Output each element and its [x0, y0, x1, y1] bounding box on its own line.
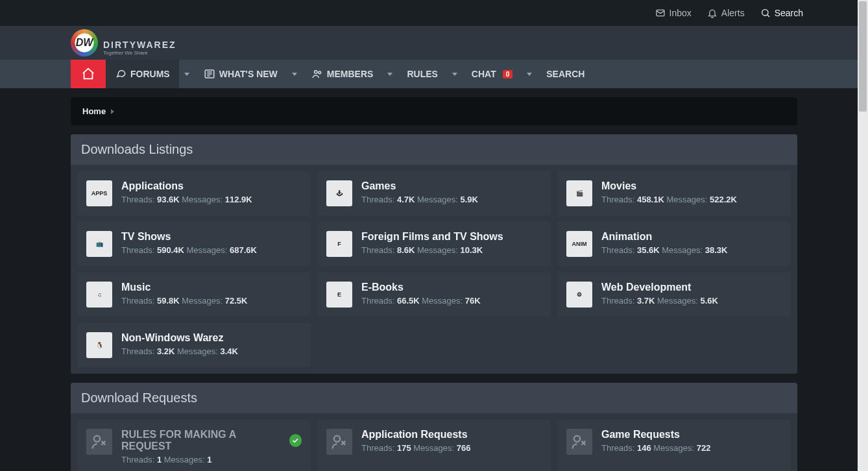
nav-whats-new[interactable]: WHAT'S NEW [195, 60, 287, 88]
section-title[interactable]: Downloads Listings [71, 134, 797, 165]
scrollbar-thumb[interactable] [859, 1, 867, 112]
brand-tagline: Together We Share [103, 50, 176, 56]
card-icon: 📺 [86, 231, 112, 257]
card-body: Non-Windows WarezThreads: 3.2K Messages:… [121, 332, 302, 356]
card-title[interactable]: Web Development [601, 282, 691, 293]
alerts-link[interactable]: Alerts [707, 8, 745, 18]
topbar: Inbox Alerts Search [0, 0, 868, 26]
inbox-link[interactable]: Inbox [655, 8, 692, 18]
svg-point-1 [762, 10, 767, 16]
nav-members-label: MEMBERS [327, 69, 374, 79]
card-icon: ANIM [566, 231, 592, 257]
nav-chat[interactable]: CHAT 0 [463, 60, 522, 88]
nav-search[interactable]: SEARCH [537, 60, 594, 88]
forum-card[interactable]: Game RequestsThreads: 146 Messages: 722 [557, 420, 791, 471]
nav-whats-new-dropdown[interactable] [287, 60, 302, 88]
forum-card[interactable]: Application RequestsThreads: 175 Message… [317, 420, 551, 471]
nav-chat-label: CHAT [472, 69, 496, 79]
breadcrumb: Home [71, 97, 797, 125]
card-title[interactable]: E-Books [361, 282, 404, 293]
card-icon: 🕹 [326, 180, 352, 206]
card-stats: Threads: 59.8K Messages: 72.5K [121, 296, 302, 306]
card-body: RULES FOR MAKING A REQUESTThreads: 1 Mes… [121, 429, 302, 465]
nav-rules[interactable]: RULES [398, 60, 446, 88]
forum-card[interactable]: 🕹GamesThreads: 4.7K Messages: 5.9K [317, 171, 551, 215]
card-icon: 🐧 [86, 332, 112, 358]
section-downloads-listings: Downloads Listings APPSApplicationsThrea… [71, 134, 797, 374]
card-title[interactable]: Games [361, 180, 396, 192]
scrollbar[interactable] [858, 0, 868, 471]
card-icon [566, 429, 592, 455]
card-stats: Threads: 1 Messages: 1 [121, 455, 302, 465]
svg-point-3 [314, 71, 317, 74]
forum-card[interactable]: 🐧Non-Windows WarezThreads: 3.2K Messages… [77, 323, 311, 367]
card-title[interactable]: Application Requests [361, 429, 468, 441]
forum-card[interactable]: ⚙Web DevelopmentThreads: 3.7K Messages: … [557, 272, 791, 317]
nav-rules-label: RULES [407, 69, 437, 79]
nav-forums-label: FORUMS [130, 69, 170, 79]
card-icon: ♫ [86, 282, 112, 308]
home-button[interactable] [71, 60, 106, 88]
forum-card[interactable]: 🎬MoviesThreads: 458.1K Messages: 522.2K [557, 171, 791, 215]
card-body: TV ShowsThreads: 590.4K Messages: 687.6K [121, 231, 302, 255]
card-stats: Threads: 3.7K Messages: 5.6K [601, 296, 782, 306]
card-body: E-BooksThreads: 66.5K Messages: 76K [361, 282, 542, 306]
card-title[interactable]: Animation [601, 231, 652, 243]
card-body: Application RequestsThreads: 175 Message… [361, 429, 542, 453]
forum-card[interactable]: 📺TV ShowsThreads: 590.4K Messages: 687.6… [77, 222, 311, 266]
chevron-down-icon [527, 73, 532, 76]
forum-card[interactable]: EE-BooksThreads: 66.5K Messages: 76K [317, 272, 551, 317]
search-link[interactable]: Search [760, 8, 803, 18]
members-icon [311, 68, 323, 80]
card-title[interactable]: Non-Windows Warez [121, 332, 223, 344]
forum-card[interactable]: RULES FOR MAKING A REQUESTThreads: 1 Mes… [77, 420, 311, 471]
section-download-requests: Download Requests RULES FOR MAKING A REQ… [71, 383, 797, 471]
forum-card[interactable]: ♫MusicThreads: 59.8K Messages: 72.5K [77, 272, 311, 317]
card-icon [326, 429, 352, 455]
card-stats: Threads: 3.2K Messages: 3.4K [121, 346, 302, 356]
nav-whats-new-label: WHAT'S NEW [219, 69, 278, 79]
card-icon: E [326, 282, 352, 308]
card-icon: 🎬 [566, 180, 592, 206]
nav-members[interactable]: MEMBERS [302, 60, 383, 88]
card-title[interactable]: RULES FOR MAKING A REQUEST [121, 429, 284, 452]
card-body: ApplicationsThreads: 93.6K Messages: 112… [121, 180, 302, 204]
inbox-label: Inbox [669, 8, 692, 18]
mail-icon [655, 8, 666, 18]
main-nav: FORUMS WHAT'S NEW MEMBERS RULES CHAT 0 S… [0, 60, 868, 88]
search-icon [760, 8, 771, 18]
forum-card[interactable]: FForeign Films and TV ShowsThreads: 8.6K… [317, 222, 551, 266]
header: DW DIRTYWAREZ Together We Share [0, 26, 868, 60]
nav-forums[interactable]: FORUMS [106, 60, 179, 88]
nav-forums-dropdown[interactable] [179, 60, 195, 88]
card-title[interactable]: Applications [121, 180, 184, 192]
nav-rules-dropdown[interactable] [447, 60, 463, 88]
card-stats: Threads: 590.4K Messages: 687.6K [121, 245, 302, 255]
card-title[interactable]: TV Shows [121, 231, 171, 243]
card-title[interactable]: Music [121, 282, 151, 293]
forum-card[interactable]: APPSApplicationsThreads: 93.6K Messages:… [77, 171, 311, 215]
card-title[interactable]: Movies [601, 180, 636, 192]
chat-badge: 0 [503, 70, 513, 78]
logo[interactable]: DW DIRTYWAREZ Together We Share [71, 29, 797, 56]
card-title[interactable]: Foreign Films and TV Shows [361, 231, 503, 243]
breadcrumb-home[interactable]: Home [82, 106, 106, 116]
card-title[interactable]: Game Requests [601, 429, 680, 441]
nav-chat-dropdown[interactable] [522, 60, 537, 88]
card-body: GamesThreads: 4.7K Messages: 5.9K [361, 180, 542, 204]
brand-name: DIRTYWAREZ [103, 30, 176, 50]
forum-card[interactable]: ANIMAnimationThreads: 35.6K Messages: 38… [557, 222, 791, 266]
card-icon [86, 429, 112, 455]
card-stats: Threads: 175 Messages: 766 [361, 443, 542, 453]
card-stats: Threads: 458.1K Messages: 522.2K [601, 195, 782, 204]
card-body: Game RequestsThreads: 146 Messages: 722 [601, 429, 782, 453]
home-icon [81, 67, 95, 81]
section-title[interactable]: Download Requests [71, 383, 797, 413]
card-icon: APPS [86, 180, 112, 206]
speech-icon [115, 68, 127, 80]
card-stats: Threads: 66.5K Messages: 76K [361, 296, 542, 306]
nav-members-dropdown[interactable] [382, 60, 398, 88]
logo-icon: DW [71, 29, 98, 56]
chevron-right-icon [111, 109, 114, 114]
chevron-down-icon [292, 73, 297, 76]
